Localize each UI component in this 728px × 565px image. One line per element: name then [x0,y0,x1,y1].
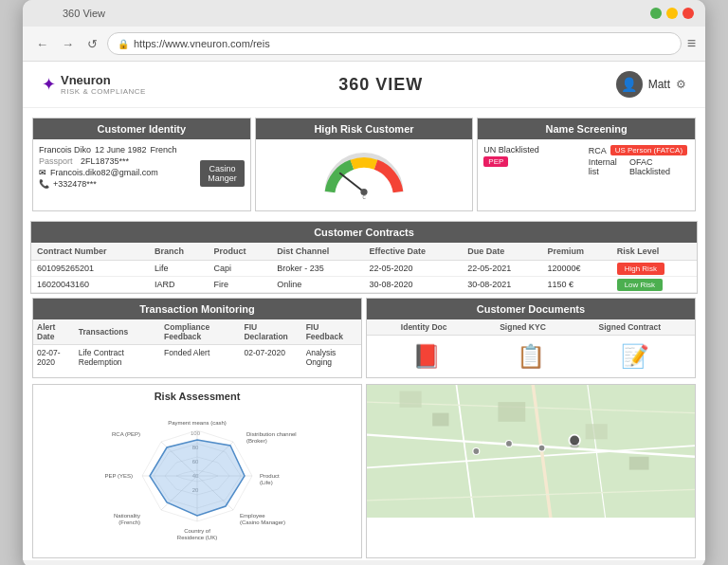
due-date-2: 30-08-2021 [462,277,541,293]
col-product: Product [208,243,271,261]
browser-titlebar: 360 View [23,0,705,27]
occupation-line2: Manger [208,173,237,183]
settings-icon[interactable]: ⚙ [676,78,686,91]
occupation-badge: Casino Manger [200,160,245,187]
col-premium: Premium [541,243,610,261]
ci-phone: +332478*** [53,179,97,189]
svg-point-49 [538,445,545,451]
ci-passport-label: Passport [39,156,77,166]
user-avatar: 👤 [616,71,643,98]
rca-row: RCA US Person (FATCA) [589,145,689,155]
svg-point-47 [473,448,480,455]
svg-text:Employee: Employee [240,513,265,519]
top-sections-grid: Customer Identity Francois Diko 12 June … [30,116,698,213]
screening-col-right: RCA US Person (FATCA) Internal list OFAC… [589,145,689,178]
effective-date-1: 22-05-2020 [363,261,462,277]
svg-point-51 [571,444,579,448]
premium-2: 1150 € [541,277,610,293]
maximize-button[interactable] [650,8,662,19]
risk-low-badge: Low Risk [617,279,663,291]
screening-col-left: UN Blacklisted PEP [483,145,584,178]
contracts-table-container: Contract Number Branch Product Dist Chan… [31,243,697,293]
pep-row: PEP [483,156,584,167]
app-header: ✦ Vneuron RISK & COMPLIANCE 360 VIEW 👤 M… [23,62,705,108]
table-row: 601095265201 Life Capi Broker - 235 22-0… [31,261,697,277]
doc-passport-item: 📕 [412,343,441,370]
rca-label: RCA [589,146,607,155]
dist-channel-2: Online [271,277,363,293]
back-button[interactable]: ← [32,35,52,53]
documents-section: Customer Documents Identity Doc Signed K… [366,298,696,378]
internal-list-row: Internal list OFAC Blacklisted [589,157,689,176]
logo-sub: RISK & COMPLIANCE [61,87,146,96]
doc-col-identity: Identity Doc [401,322,447,332]
logo-name: Vneuron [61,73,146,87]
close-button[interactable] [682,8,694,19]
svg-text:C: C [362,195,366,200]
svg-text:Product: Product [260,473,280,479]
contracts-tbody: 601095265201 Life Capi Broker - 235 22-0… [31,261,697,293]
browser-menu-button[interactable]: ≡ [687,35,696,52]
due-date-1: 22-05-2021 [462,261,541,277]
contract-icon: 📝 [621,343,649,370]
svg-text:Payment means (cash): Payment means (cash) [168,420,227,426]
svg-rect-43 [432,413,448,427]
un-blacklisted-label: UN Blacklisted [483,145,539,155]
transaction-1: Life Contract Redemption [75,345,160,371]
ci-nationality: French [151,145,177,155]
svg-text:(French): (French) [118,519,140,525]
svg-marker-20 [150,440,245,516]
col-fiu-decl: FIU Declaration [240,319,301,345]
docs-col-headers: Identity Doc Signed KYC Signed Contract [367,319,695,336]
browser-title: 360 View [63,8,105,19]
map-svg [367,385,695,518]
svg-rect-45 [586,424,608,439]
svg-rect-42 [400,392,422,408]
risk-level-1: High Risk [611,261,697,277]
transaction-header: Transaction Monitoring [33,299,361,319]
lock-icon: 🔒 [118,39,129,49]
window-controls [650,8,694,19]
logo-text: Vneuron RISK & COMPLIANCE [61,73,146,96]
ofac-label: OFAC Blacklisted [629,157,689,176]
forward-button[interactable]: → [58,35,78,53]
passport-icon: 📕 [412,343,441,370]
customer-contracts-section: Customer Contracts Contract Number Branc… [30,221,698,294]
svg-text:(Life): (Life) [260,480,273,485]
map-placeholder [367,385,695,518]
bottom-grid: Transaction Monitoring Alert Date Transa… [30,296,698,380]
col-compliance: Compliance Feedback [160,319,240,345]
product-1: Capi [208,261,271,277]
col-risk-level: Risk Level [611,243,697,261]
transaction-section: Transaction Monitoring Alert Date Transa… [32,298,362,378]
svg-text:RCA (PEP): RCA (PEP) [112,431,140,437]
contracts-header-row: Contract Number Branch Product Dist Chan… [31,243,697,261]
occupation-line1: Casino [208,164,237,173]
dist-channel-1: Broker - 235 [271,261,363,277]
doc-kyc-item: 📋 [517,343,545,370]
risk-assessment-section: Risk Assessment 100 80 60 40 20 [32,384,362,558]
ci-email: Francois.diko82@gmail.com [50,168,158,177]
docs-body: 📕 📋 📝 [367,336,695,377]
fiu-feedback-1: Analysis Onging [302,345,361,371]
minimize-button[interactable] [666,8,678,19]
ci-name-row: Francois Diko 12 June 1982 French [39,145,245,155]
ci-passport-row: Passport 2FL18735*** [39,156,194,166]
refresh-button[interactable]: ↺ [83,35,101,53]
ci-passport-value: 2FL18735*** [81,156,129,166]
browser-toolbar: ← → ↺ 🔒 https://www.vneuron.com/reis ≡ [23,27,705,62]
table-row: 02-07-2020 Life Contract Redemption Fond… [33,345,361,371]
customer-identity-box: Customer Identity Francois Diko 12 June … [32,118,251,211]
ci-email-row: ✉ Francois.diko82@gmail.com [39,168,194,177]
svg-line-0 [340,173,364,192]
logo-icon: ✦ [42,74,56,95]
address-bar[interactable]: 🔒 https://www.vneuron.com/reis [107,32,682,55]
compliance-1: Fonded Alert [160,345,240,371]
browser-window: 360 View ← → ↺ 🔒 https://www.vneuron.com… [23,0,705,565]
contracts-table: Contract Number Branch Product Dist Chan… [31,243,697,293]
svg-text:Residence (UK): Residence (UK) [177,535,217,540]
doc-col-contract: Signed Contract [598,322,661,332]
col-alert-date: Alert Date [33,319,75,345]
doc-col-kyc: Signed KYC [500,322,546,332]
screening-grid: UN Blacklisted PEP RCA US Person (FATCA) [483,145,689,178]
